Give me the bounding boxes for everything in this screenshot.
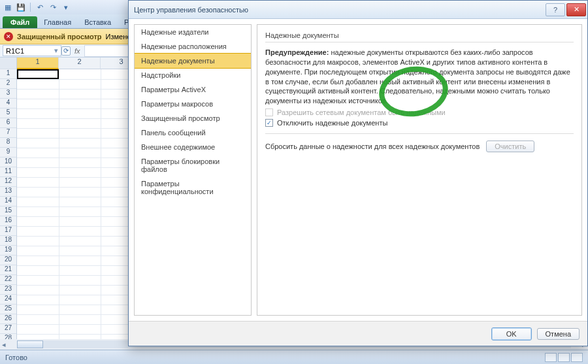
sidebar-item[interactable]: Защищенный просмотр [135, 111, 251, 125]
row-header[interactable]: 14 [0, 197, 16, 207]
sidebar-item[interactable]: Параметры ActiveX [135, 82, 251, 97]
view-layout-button[interactable] [558, 353, 570, 362]
tab-home[interactable]: Главная [37, 16, 78, 28]
row-header[interactable]: 13 [0, 187, 16, 197]
clear-button[interactable]: Очистить [486, 141, 534, 152]
sidebar-item[interactable]: Параметры конфиденциальности [135, 176, 251, 199]
checkbox-allow-network-label: Разрешить сетевым документам быть надежн… [277, 108, 446, 116]
active-cell[interactable] [17, 69, 59, 79]
row-header[interactable]: 5 [0, 108, 16, 118]
status-text: Готово [5, 354, 27, 361]
status-bar: Готово [0, 350, 588, 364]
view-normal-button[interactable] [545, 353, 557, 362]
help-button[interactable]: ? [546, 3, 565, 16]
row-header[interactable]: 4 [0, 99, 16, 108]
select-all-corner[interactable] [0, 58, 16, 69]
row-header[interactable]: 27 [0, 324, 16, 334]
row-header[interactable]: 21 [0, 265, 16, 275]
name-box-value: R1C1 [6, 47, 24, 55]
sidebar-item[interactable]: Надежные документы [134, 53, 252, 69]
shield-icon: ✕ [4, 32, 13, 41]
column-header[interactable]: 2 [59, 58, 101, 69]
protected-view-label: Защищенный просмотр [17, 33, 102, 41]
warning-text: Предупреждение: надежные документы откры… [265, 48, 574, 106]
checkbox-allow-network [265, 108, 273, 116]
row-header[interactable]: 23 [0, 285, 16, 295]
row-header[interactable]: 12 [0, 177, 16, 187]
sidebar-item[interactable]: Параметры блокировки файлов [135, 154, 251, 176]
ok-button[interactable]: OK [491, 327, 532, 340]
chevron-down-icon[interactable]: ▾ [54, 46, 58, 55]
redo-icon[interactable]: ↷ [48, 2, 58, 12]
dialog-footer: OK Отмена [129, 321, 587, 346]
row-header[interactable]: 16 [0, 216, 16, 226]
fx-icon[interactable]: fx [74, 47, 80, 55]
checkbox-disable-trusted[interactable]: ✓ [265, 119, 273, 127]
sidebar-item[interactable]: Панель сообщений [135, 125, 251, 140]
save-icon[interactable]: 💾 [16, 2, 26, 12]
view-buttons [545, 353, 583, 362]
tab-file[interactable]: Файл [3, 16, 37, 28]
sidebar-item[interactable]: Внешнее содержимое [135, 140, 251, 154]
excel-icon: ▦ [3, 2, 13, 12]
row-header[interactable]: 7 [0, 128, 16, 138]
view-pagebreak-button[interactable] [571, 353, 583, 362]
row-header[interactable]: 17 [0, 226, 16, 236]
checkbox-disable-trusted-label: Отключить надежные документы [277, 119, 387, 127]
dialog-main-panel: Надежные документы Предупреждение: надеж… [257, 24, 582, 316]
section-title: Надежные документы [265, 31, 574, 42]
row-header[interactable]: 3 [0, 89, 16, 99]
trust-center-dialog: Центр управления безопасностью ? ✕ Надеж… [128, 0, 588, 346]
dialog-title: Центр управления безопасностью [134, 6, 248, 14]
row-header[interactable]: 22 [0, 275, 16, 285]
cancel-button[interactable]: Отмена [537, 328, 580, 340]
reset-label: Сбросить данные о надежности для всех на… [265, 142, 480, 150]
row-header[interactable]: 19 [0, 246, 16, 256]
close-button[interactable]: ✕ [566, 3, 586, 16]
scrollbar-thumb[interactable] [17, 340, 43, 348]
qat-dropdown-icon[interactable]: ▾ [61, 2, 71, 12]
row-header[interactable]: 11 [0, 167, 16, 177]
tab-insert[interactable]: Вставка [78, 16, 118, 28]
row-header[interactable]: 6 [0, 118, 16, 128]
name-box[interactable]: R1C1 ▾ [3, 45, 61, 56]
dialog-titlebar: Центр управления безопасностью ? ✕ [129, 1, 587, 19]
sidebar-item[interactable]: Надежные расположения [135, 39, 251, 54]
row-header[interactable]: 15 [0, 207, 16, 216]
row-header[interactable]: 10 [0, 157, 16, 167]
row-header[interactable]: 24 [0, 295, 16, 305]
row-header[interactable]: 20 [0, 256, 16, 265]
undo-icon[interactable]: ↶ [35, 2, 45, 12]
row-header[interactable]: 1 [0, 69, 16, 79]
row-header[interactable]: 8 [0, 138, 16, 148]
row-header[interactable]: 25 [0, 305, 16, 314]
cancel-formula-icon[interactable]: ⟳ [61, 46, 71, 56]
sidebar-item[interactable]: Надежные издатели [135, 25, 251, 39]
row-header[interactable]: 26 [0, 314, 16, 324]
row-header[interactable]: 9 [0, 148, 16, 157]
dialog-sidebar: Надежные издателиНадежные расположенияНа… [134, 24, 252, 316]
sidebar-item[interactable]: Надстройки [135, 68, 251, 82]
column-header[interactable]: 1 [17, 58, 59, 69]
row-headers: 1234567891011121314151617181920212223242… [0, 58, 17, 348]
sidebar-item[interactable]: Параметры макросов [135, 97, 251, 111]
row-header[interactable]: 2 [0, 79, 16, 89]
row-header[interactable]: 18 [0, 236, 16, 246]
